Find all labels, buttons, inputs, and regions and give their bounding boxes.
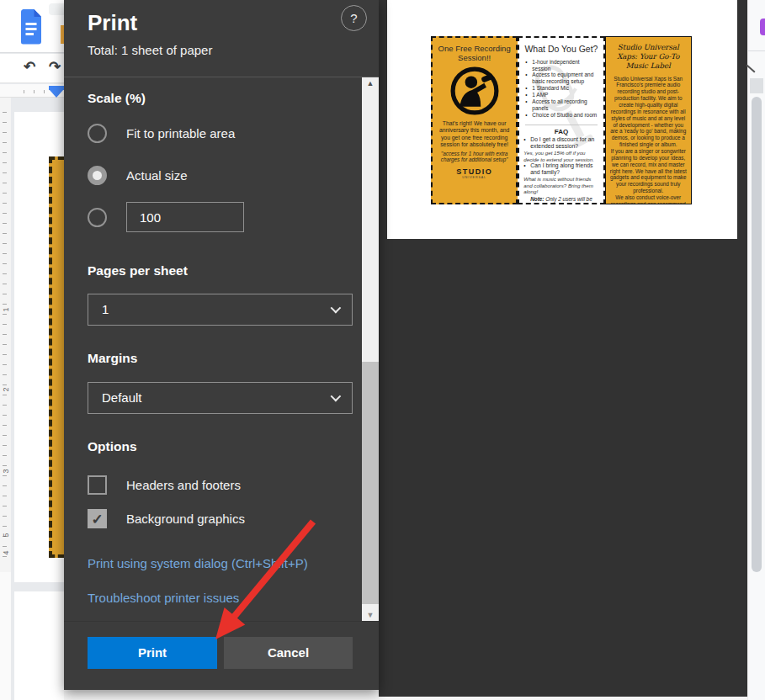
panel-fine-print: "access for 1 hour with extra charges fo…: [437, 151, 512, 162]
panel-paragraph: We also conduct voice-over recordings an…: [610, 194, 687, 204]
document-brochure-edge: [49, 156, 64, 558]
studio-logo: STUDIO: [437, 167, 512, 176]
options-heading: Options: [88, 439, 137, 454]
scrollbar-cap: [750, 78, 763, 93]
panel-paragraph: Studio Universal Xaps is San Francisco's…: [610, 76, 687, 148]
ruler-number: 1: [2, 305, 10, 316]
brochure-panel-middle: What Do You Get? 1-hour independent sess…: [518, 36, 604, 204]
faq-question: Can I bring along friends and family?: [523, 162, 598, 176]
red-arrow-annotation: [194, 512, 337, 655]
margins-heading: Margins: [88, 351, 137, 366]
checkbox-label[interactable]: Headers and footers: [126, 478, 241, 492]
radio-label[interactable]: Actual size: [126, 168, 188, 183]
checkbox-headers-and-footers[interactable]: [88, 475, 107, 495]
ruler-number: 4: [2, 548, 10, 559]
docs-scrollbar-thumb[interactable]: [752, 97, 762, 572]
note-label: Note:: [530, 196, 544, 202]
radio-label[interactable]: Fit to printable area: [126, 126, 235, 141]
chevron-down-icon: [331, 391, 342, 402]
canvas-margin: [0, 572, 11, 700]
undo-icon[interactable]: ↶: [24, 58, 35, 76]
horizontal-ruler: [0, 84, 64, 98]
panel-title: One Free Recording Session!!: [437, 44, 512, 63]
toolbar-fragment: [49, 3, 64, 15]
panel-title: Studio Universal Xaps: Your Go-To Music …: [610, 43, 687, 72]
faq-question: Do I get a discount for an extended sess…: [523, 136, 598, 150]
list-item: 1 Standard Mic: [525, 85, 598, 92]
pages-per-sheet-select[interactable]: 1: [88, 294, 353, 326]
divider: [748, 50, 765, 51]
ruler-ticks: [3, 112, 7, 558]
note-text: Note: Only 2 users will be allowed in th…: [523, 196, 598, 204]
list-item: 1 AMP: [525, 92, 598, 98]
vertical-ruler: 1 2 3 4: [0, 98, 11, 572]
margins-select[interactable]: Default: [88, 382, 353, 414]
chevron-down-icon: [331, 303, 342, 314]
ruler-number: 2: [2, 384, 10, 395]
list-item: Access to equipment and basic recording …: [525, 72, 598, 85]
select-value: 1: [102, 302, 109, 316]
dialog-scrollbar-thumb[interactable]: [362, 362, 379, 604]
docs-background-right: [747, 0, 765, 700]
singer-silhouette-icon: [450, 66, 499, 115]
scrollbar-down-arrow[interactable]: ▼: [362, 611, 379, 619]
dialog-title: Print: [88, 10, 137, 36]
icon-fragment: [760, 19, 765, 35]
sheet-count-text: Total: 1 sheet of paper: [88, 43, 212, 57]
panel-body-text: That's right! We have our anniversary th…: [437, 120, 512, 149]
radio-custom-scale[interactable]: [88, 208, 107, 227]
custom-scale-input[interactable]: [126, 202, 244, 232]
scrollbar-up-arrow[interactable]: ▲: [362, 79, 379, 88]
docs-top-bar: [0, 0, 64, 53]
redo-icon[interactable]: ↷: [49, 58, 61, 76]
list-item: Choice of Studio and room: [525, 112, 598, 119]
ruler-number: 3: [2, 466, 10, 477]
checkbox-background-graphics[interactable]: ✓: [88, 509, 107, 528]
print-preview-pane: One Free Recording Session!! That's righ…: [379, 0, 747, 697]
panel-paragraph: If you are a singer or songwriter planni…: [610, 148, 687, 194]
google-docs-icon[interactable]: [21, 9, 41, 48]
pages-per-sheet-heading: Pages per sheet: [88, 263, 188, 278]
scroll-arrow-fragment: [746, 64, 756, 72]
indent-marker-triangle[interactable]: [50, 90, 63, 98]
print-preview-page: One Free Recording Session!! That's righ…: [387, 0, 737, 239]
panel-title: What Do You Get?: [523, 44, 598, 55]
ruler-ticks: [24, 90, 49, 93]
brochure: One Free Recording Session!! That's righ…: [431, 36, 692, 204]
document-page-2: [14, 591, 64, 700]
studio-logo-subtext: UNIVERSAL: [437, 176, 512, 179]
radio-actual-size[interactable]: [88, 166, 107, 185]
docs-background-left: ↶ ↷ 1 2 3 4 5: [0, 0, 64, 700]
divider: [64, 77, 379, 77]
brochure-panel-left: One Free Recording Session!! That's righ…: [431, 36, 518, 204]
divider: [525, 125, 597, 125]
faq-heading: FAQ: [523, 128, 598, 135]
screen: ↶ ↷ 1 2 3 4 5 One Free Recording Sessi: [0, 0, 765, 700]
help-button[interactable]: ?: [341, 5, 367, 31]
radio-fit-to-printable-area[interactable]: [88, 124, 107, 143]
brochure-panel-right: Studio Universal Xaps: Your Go-To Music …: [605, 36, 692, 204]
benefits-list: 1-hour independent session Access to equ…: [525, 59, 598, 119]
faq-answer: Yes, you get 15% off if you decide to ex…: [523, 150, 598, 162]
faq-answer: What is music without friends and collab…: [523, 176, 598, 194]
list-item: 1-hour independent session: [525, 59, 598, 72]
dialog-scrollbar[interactable]: ▲ ▼: [362, 77, 379, 621]
scale-heading: Scale (%): [88, 91, 146, 106]
list-item: Access to all recording panels: [525, 98, 598, 112]
ruler-number: 5: [2, 530, 10, 541]
select-value: Default: [102, 390, 142, 405]
docs-toolbar: ↶ ↷: [0, 54, 64, 83]
